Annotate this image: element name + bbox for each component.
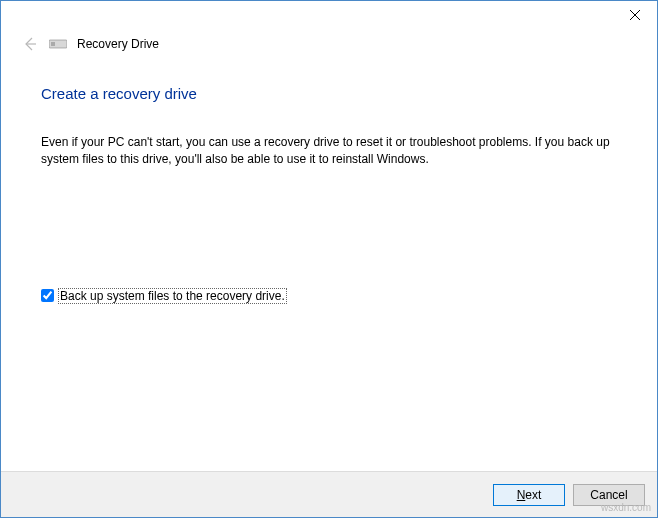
- titlebar: [1, 1, 657, 29]
- backup-checkbox[interactable]: [41, 289, 54, 302]
- recovery-drive-wizard: Recovery Drive Create a recovery drive E…: [0, 0, 658, 518]
- next-button-rest: ext: [525, 488, 541, 502]
- backup-checkbox-label[interactable]: Back up system files to the recovery dri…: [58, 288, 287, 304]
- wizard-header: Recovery Drive: [1, 29, 657, 55]
- svg-rect-4: [51, 42, 55, 46]
- close-icon: [630, 10, 640, 20]
- footer: Next Cancel: [1, 471, 657, 517]
- drive-icon: [49, 38, 67, 50]
- wizard-title: Recovery Drive: [77, 37, 159, 51]
- description-text: Even if your PC can't start, you can use…: [41, 134, 617, 168]
- cancel-button[interactable]: Cancel: [573, 484, 645, 506]
- close-button[interactable]: [621, 5, 649, 25]
- page-heading: Create a recovery drive: [41, 85, 617, 102]
- backup-checkbox-row: Back up system files to the recovery dri…: [41, 288, 617, 304]
- next-button[interactable]: Next: [493, 484, 565, 506]
- back-button[interactable]: [21, 35, 39, 53]
- content-area: Create a recovery drive Even if your PC …: [1, 55, 657, 471]
- back-arrow-icon: [22, 36, 38, 52]
